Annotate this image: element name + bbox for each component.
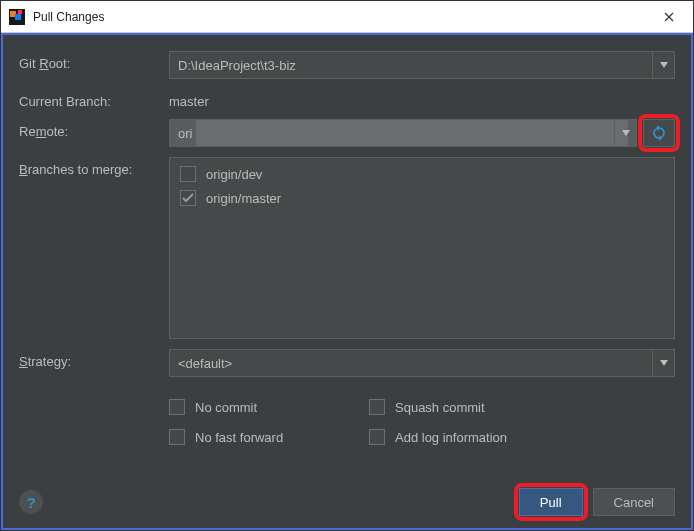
footer: ? Pull Cancel [19,476,675,516]
pull-button[interactable]: Pull [519,488,583,516]
branches-listbox[interactable]: origin/dev origin/master [169,157,675,339]
dialog-body: Git Root: D:\IdeaProject\t3-biz Current … [1,33,693,530]
strategy-combo[interactable]: <default> [169,349,675,377]
titlebar: Pull Changes [1,1,693,33]
opt-no-commit[interactable]: No commit [169,399,339,415]
row-strategy: Strategy: <default> [19,349,675,377]
refresh-button[interactable] [643,119,675,147]
row-git-root: Git Root: D:\IdeaProject\t3-biz [19,51,675,79]
label-branches: Branches to merge: [19,157,169,177]
opt-label: Squash commit [395,400,485,415]
app-icon [9,9,25,25]
git-root-value: D:\IdeaProject\t3-biz [178,58,296,73]
checkbox[interactable] [169,399,185,415]
dialog-window: Pull Changes Git Root: D:\IdeaProject\t3… [0,0,694,531]
list-item[interactable]: origin/dev [176,164,668,184]
svg-rect-2 [15,14,21,20]
row-branches: Branches to merge: origin/dev origin/mas… [19,157,675,339]
svg-rect-3 [18,10,22,14]
button-label: Cancel [614,495,654,510]
branch-label: origin/master [206,191,281,206]
checkbox[interactable] [369,399,385,415]
refresh-icon [651,125,667,141]
close-button[interactable] [649,1,689,33]
button-label: Pull [540,495,562,510]
checkbox[interactable] [169,429,185,445]
opt-add-log[interactable]: Add log information [369,429,539,445]
help-icon: ? [26,494,35,511]
checkbox[interactable] [180,190,196,206]
chevron-down-icon [652,52,674,78]
checkbox[interactable] [369,429,385,445]
remote-value: ori [178,126,192,141]
label-current-branch: Current Branch: [19,89,169,109]
label-strategy: Strategy: [19,349,169,369]
opt-squash[interactable]: Squash commit [369,399,539,415]
cancel-button[interactable]: Cancel [593,488,675,516]
strategy-value: <default> [178,356,232,371]
help-button[interactable]: ? [19,490,43,514]
chevron-down-icon [614,120,636,146]
chevron-down-icon [652,350,674,376]
opt-no-ff[interactable]: No fast forward [169,429,339,445]
window-title: Pull Changes [33,10,649,24]
current-branch-value: master [169,89,209,109]
obscured-region [196,120,628,146]
options-group: No commit Squash commit No fast forward … [19,399,675,445]
row-remote: Remote: ori [19,119,675,147]
opt-label: Add log information [395,430,507,445]
row-current-branch: Current Branch: master [19,89,675,109]
opt-label: No fast forward [195,430,283,445]
opt-label: No commit [195,400,257,415]
remote-combo[interactable]: ori [169,119,637,147]
git-root-combo[interactable]: D:\IdeaProject\t3-biz [169,51,675,79]
branch-label: origin/dev [206,167,262,182]
list-item[interactable]: origin/master [176,188,668,208]
checkbox[interactable] [180,166,196,182]
label-remote: Remote: [19,119,169,139]
label-git-root: Git Root: [19,51,169,71]
